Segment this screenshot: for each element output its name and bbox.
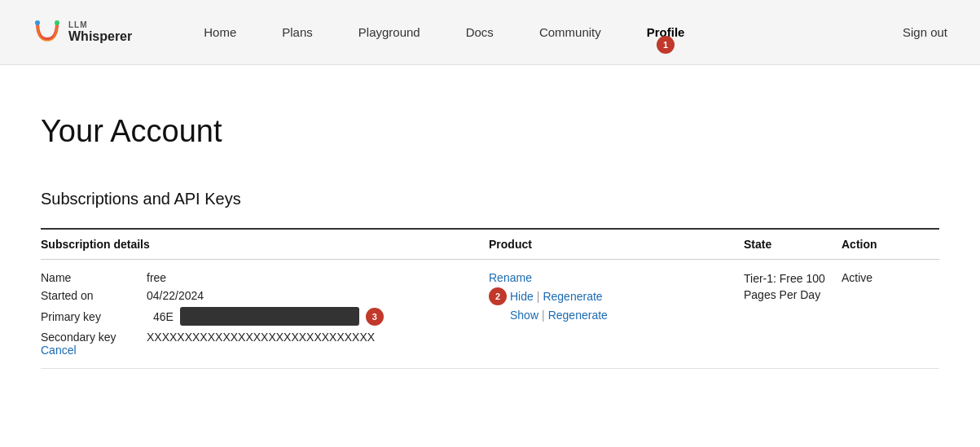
annotation-badge-2: 2 [489, 287, 507, 305]
nav-home[interactable]: Home [181, 25, 259, 39]
started-field: Started on 04/22/2024 [41, 289, 489, 302]
annotation-badge-3: 3 [366, 308, 384, 326]
nav-plans[interactable]: Plans [259, 25, 336, 39]
section-title: Subscriptions and API Keys [41, 190, 939, 208]
secondary-key-label: Secondary key [41, 331, 147, 344]
col-header-product: Product [489, 238, 744, 251]
profile-notification-badge: 1 [657, 36, 675, 54]
primary-key-prefix: 46E [153, 310, 174, 323]
regenerate-link-1[interactable]: Regenerate [543, 290, 602, 303]
table-header-row: Subscription details Product State Actio… [41, 230, 939, 260]
secondary-key-value: XXXXXXXXXXXXXXXXXXXXXXXXXXXXXX [147, 331, 375, 344]
name-value: free [147, 271, 166, 284]
nav-playground[interactable]: Playground [336, 25, 443, 39]
primary-key-label: Primary key [41, 310, 147, 323]
subscription-actions-cell: Rename 2 Hide | Regenerate Show | Regene… [489, 271, 744, 322]
col-header-action: Action [842, 238, 939, 251]
hide-regenerate-row: 2 Hide | Regenerate [489, 287, 744, 305]
show-regenerate-row: Show | Regenerate [489, 309, 744, 322]
col-header-state: State [744, 238, 842, 251]
cancel-link[interactable]: Cancel [41, 344, 77, 357]
svg-point-1 [55, 20, 59, 25]
logo-icon [33, 18, 62, 47]
sign-out-link[interactable]: Sign out [903, 25, 947, 39]
started-value: 04/22/2024 [147, 289, 204, 302]
action-cell: Cancel [41, 344, 489, 357]
secondary-key-field: Secondary key XXXXXXXXXXXXXXXXXXXXXXXXXX… [41, 331, 489, 344]
svg-point-0 [35, 20, 40, 25]
show-link[interactable]: Show [510, 309, 538, 322]
state-cell: Active [842, 271, 939, 284]
col-header-subscription: Subscription details [41, 238, 489, 251]
product-cell: Tier-1: Free 100 Pages Per Day [744, 271, 842, 303]
separator-1: | [537, 290, 540, 303]
name-field: Name free [41, 271, 489, 284]
rename-link[interactable]: Rename [489, 271, 532, 284]
primary-key-masked [180, 307, 359, 326]
started-label: Started on [41, 289, 147, 302]
name-label: Name [41, 271, 147, 284]
nav-profile-wrap: Profile 1 [624, 25, 708, 39]
nav-docs[interactable]: Docs [443, 25, 516, 39]
main-nav: Home Plans Playground Docs Community Pro… [181, 25, 886, 39]
page-title: Your Account [41, 114, 939, 149]
hide-link[interactable]: Hide [510, 290, 534, 303]
primary-key-field: Primary key 46E 3 [41, 307, 489, 326]
logo[interactable]: LLM Whisperer [33, 18, 132, 47]
subscriptions-table: Subscription details Product State Actio… [41, 228, 939, 369]
main-content: Your Account Subscriptions and API Keys … [0, 65, 980, 401]
table-row: Name free Started on 04/22/2024 Primary … [41, 260, 939, 369]
nav-community[interactable]: Community [516, 25, 624, 39]
rename-row: Rename [489, 271, 744, 284]
logo-text: LLM Whisperer [68, 20, 132, 44]
subscription-details-cell: Name free Started on 04/22/2024 Primary … [41, 271, 489, 344]
separator-2: | [542, 309, 545, 322]
site-header: LLM Whisperer Home Plans Playground Docs… [0, 0, 980, 65]
regenerate-link-2[interactable]: Regenerate [548, 309, 608, 322]
